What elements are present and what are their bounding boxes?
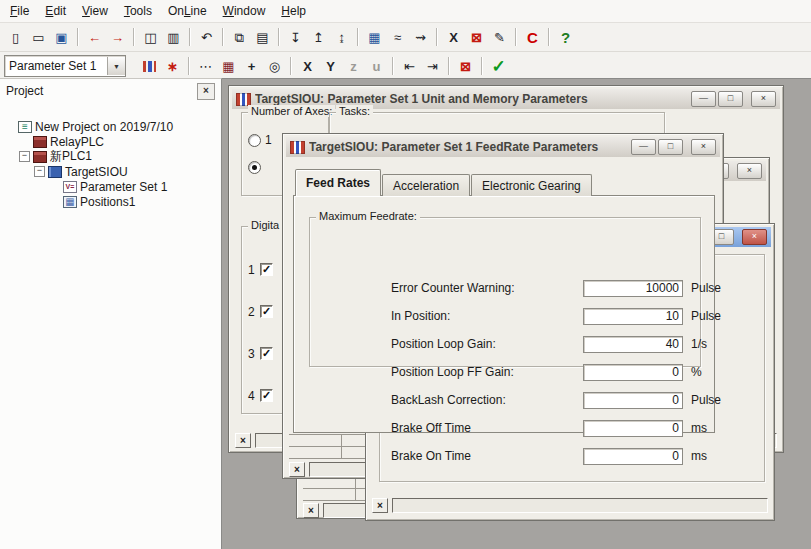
maximize-button[interactable]: □: [658, 139, 683, 155]
channel-2-checkbox[interactable]: ✓: [260, 305, 273, 318]
status-close-button[interactable]: ×: [303, 503, 319, 518]
edit-network-button[interactable]: ✎: [488, 26, 511, 48]
origin-return-button[interactable]: ◎: [263, 55, 286, 77]
status-display-button[interactable]: ∗: [161, 55, 184, 77]
wire-draw-button[interactable]: ⇝: [409, 26, 432, 48]
tree-item-relayplc[interactable]: − RelayPLC: [0, 134, 221, 149]
table-delete-button[interactable]: ⊠: [454, 55, 477, 77]
parameter-set-combo[interactable]: Parameter Set 1 ▼: [4, 55, 126, 77]
channel-4-checkbox[interactable]: ✓: [260, 389, 273, 402]
error-counter-warning-input[interactable]: 10000: [583, 280, 683, 297]
in-position-input[interactable]: 10: [583, 308, 683, 325]
tab-electronic-gearing[interactable]: Electronic Gearing: [471, 174, 592, 196]
new-button[interactable]: ▯: [4, 26, 27, 48]
window-title: TargetSIOU: Parameter Set 1 Unit and Mem…: [255, 92, 687, 106]
tree-expander-icon[interactable]: −: [34, 166, 45, 177]
menu-online[interactable]: OnLine: [160, 1, 215, 21]
c-code-button[interactable]: C: [521, 26, 544, 48]
status-close-button[interactable]: ×: [235, 433, 251, 448]
insert-row-below-button[interactable]: ↧: [284, 26, 307, 48]
menu-edit[interactable]: Edit: [37, 1, 74, 21]
z-axis-button[interactable]: z: [342, 55, 365, 77]
backlash-correction-input[interactable]: 0: [583, 392, 683, 409]
tree-item-new-project[interactable]: − New Project on 2019/7/10: [0, 119, 221, 134]
status-close-button[interactable]: ×: [289, 462, 305, 477]
group-label: Maximum Feedrate:: [316, 210, 420, 222]
minimize-button[interactable]: —: [691, 91, 716, 107]
project-panel-header: Project ×: [0, 79, 221, 103]
toolbar-axis-icons: ∗ ⋯ ▦ + ◎ X Y z u ⇤ ⇥ ⊠: [138, 55, 510, 77]
tab-acceleration[interactable]: Acceleration: [382, 174, 470, 196]
apply-check-button[interactable]: ✓: [487, 55, 510, 77]
step-back-button[interactable]: ⇤: [398, 55, 421, 77]
tree-item-targetsiou[interactable]: − TargetSIOU: [0, 164, 221, 179]
radio-icon: [248, 134, 261, 147]
close-button[interactable]: ×: [691, 139, 716, 155]
application-window: File Edit View Tools OnLine Window Help …: [0, 0, 811, 549]
menu-file[interactable]: File: [2, 1, 37, 21]
tab-feed-rates[interactable]: Feed Rates: [295, 169, 381, 196]
axes-radio-1[interactable]: 1: [248, 133, 272, 147]
ladder-grid-button[interactable]: ▦: [363, 26, 386, 48]
close-button[interactable]: ×: [742, 229, 767, 245]
project-panel-title: Project: [6, 84, 197, 98]
move-rows-button[interactable]: ↨: [330, 26, 353, 48]
paste-icon: ▤: [256, 31, 268, 44]
field-label: Error Counter Warning:: [391, 281, 583, 295]
plc-icon: [33, 151, 47, 163]
navigate-back-button[interactable]: ←: [83, 26, 106, 48]
maximize-button[interactable]: □: [718, 91, 743, 107]
channel-1-checkbox[interactable]: ✓: [260, 263, 273, 276]
undo-button[interactable]: ↶: [195, 26, 218, 48]
wire-arrow-icon: ⇝: [415, 31, 426, 44]
project-panel-close-button[interactable]: ×: [197, 83, 215, 100]
insert-row-above-button[interactable]: ↥: [307, 26, 330, 48]
minimize-button[interactable]: —: [631, 139, 656, 155]
open-button[interactable]: ▭: [27, 26, 50, 48]
tree-item-positions1[interactable]: − Positions1: [0, 194, 221, 209]
y-axis-button[interactable]: Y: [319, 55, 342, 77]
menu-tools[interactable]: Tools: [116, 1, 160, 21]
combo-dropdown-button[interactable]: ▼: [107, 57, 125, 75]
tree-expander-icon[interactable]: −: [19, 151, 30, 162]
brake-off-time-input[interactable]: 0: [583, 420, 683, 437]
paste-button[interactable]: ▤: [251, 26, 274, 48]
u-axis-button[interactable]: u: [365, 55, 388, 77]
wire-tool-button[interactable]: ≈: [386, 26, 409, 48]
copy-network-button[interactable]: ◫: [139, 26, 162, 48]
position-loop-ff-gain-input[interactable]: 0: [583, 364, 683, 381]
help-question-icon: ?: [561, 30, 570, 45]
device-monitor-button[interactable]: [138, 55, 161, 77]
channel-number: 4: [248, 389, 260, 403]
menu-window[interactable]: Window: [215, 1, 274, 21]
close-button[interactable]: ×: [737, 163, 762, 179]
copy-button[interactable]: ⧉: [228, 26, 251, 48]
brake-on-time-input[interactable]: 0: [583, 448, 683, 465]
sampling-trace-button[interactable]: ⋯: [194, 55, 217, 77]
channel-3-checkbox[interactable]: ✓: [260, 347, 273, 360]
menu-view[interactable]: View: [74, 1, 116, 21]
position-table-button[interactable]: ▦: [217, 55, 240, 77]
tree-item-parameter-set-1[interactable]: − Parameter Set 1: [0, 179, 221, 194]
servo-field-row: Error Counter Warning: 10000 Pulse: [391, 274, 721, 302]
axis-move-button[interactable]: +: [240, 55, 263, 77]
navigate-forward-button[interactable]: →: [106, 26, 129, 48]
menu-help[interactable]: Help: [273, 1, 314, 21]
help-button[interactable]: ?: [554, 26, 577, 48]
window-titlebar[interactable]: TargetSIOU: Parameter Set 1 FeedRate Par…: [286, 137, 720, 157]
close-button[interactable]: ×: [751, 91, 776, 107]
contact-search-button[interactable]: X: [442, 26, 465, 48]
project-panel: Project × − New Project on 2019/7/10 − R…: [0, 78, 222, 549]
x-axis-button[interactable]: X: [296, 55, 319, 77]
arrow-down-bar-icon: ↧: [290, 31, 301, 44]
field-value: 0: [672, 449, 679, 463]
position-loop-gain-input[interactable]: 40: [583, 336, 683, 353]
status-close-button[interactable]: ×: [372, 498, 388, 513]
channel-row: 1 ✓: [248, 263, 273, 276]
save-button[interactable]: ▣: [50, 26, 73, 48]
tree-item-new-plc1[interactable]: − 新PLC1: [0, 149, 221, 164]
delete-network-button[interactable]: ⊠: [465, 26, 488, 48]
axes-radio-2[interactable]: [248, 160, 272, 174]
paste-network-button[interactable]: ▥: [162, 26, 185, 48]
step-forward-button[interactable]: ⇥: [421, 55, 444, 77]
